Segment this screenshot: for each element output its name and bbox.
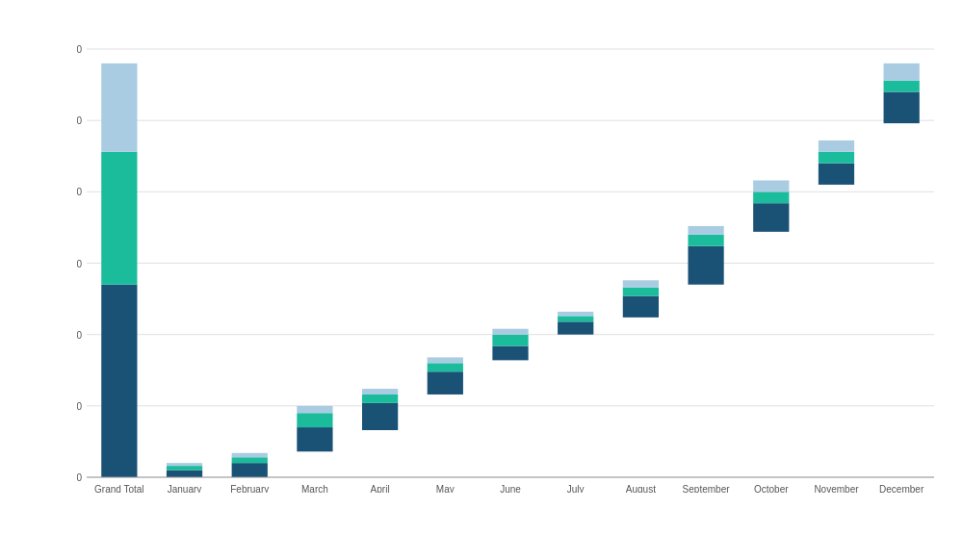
svg-rect-47 bbox=[623, 288, 659, 296]
svg-rect-15 bbox=[101, 152, 137, 285]
svg-text:July: July bbox=[567, 484, 585, 493]
svg-text:February: February bbox=[230, 484, 269, 493]
svg-rect-35 bbox=[428, 363, 463, 371]
svg-text:April: April bbox=[371, 484, 390, 493]
svg-text:November: November bbox=[814, 484, 859, 493]
svg-rect-59 bbox=[819, 152, 854, 164]
svg-text:May: May bbox=[436, 484, 455, 493]
svg-text:October: October bbox=[754, 484, 789, 493]
svg-rect-56 bbox=[753, 180, 789, 191]
svg-text:June: June bbox=[500, 484, 521, 493]
svg-rect-62 bbox=[884, 92, 920, 124]
svg-rect-55 bbox=[753, 191, 789, 203]
svg-rect-32 bbox=[362, 389, 398, 395]
svg-rect-36 bbox=[428, 357, 463, 363]
svg-rect-40 bbox=[492, 329, 528, 335]
svg-text:$200,000: $200,000 bbox=[77, 187, 82, 197]
svg-rect-31 bbox=[362, 395, 398, 403]
svg-rect-20 bbox=[167, 463, 202, 466]
svg-rect-64 bbox=[884, 64, 920, 81]
chart-container: $0$50,000$100,000$150,000$200,000$250,00… bbox=[0, 0, 963, 560]
svg-rect-60 bbox=[819, 140, 854, 152]
svg-rect-46 bbox=[623, 296, 659, 318]
svg-rect-34 bbox=[428, 371, 463, 395]
grid-and-bars: $0$50,000$100,000$150,000$200,000$250,00… bbox=[77, 29, 944, 493]
svg-text:January: January bbox=[168, 484, 202, 493]
svg-text:March: March bbox=[301, 484, 328, 493]
svg-rect-39 bbox=[492, 335, 528, 346]
svg-rect-63 bbox=[884, 81, 920, 92]
svg-rect-27 bbox=[297, 413, 332, 427]
svg-text:$250,000: $250,000 bbox=[77, 115, 82, 126]
svg-text:$100,000: $100,000 bbox=[77, 330, 82, 341]
svg-text:August: August bbox=[626, 484, 656, 493]
svg-rect-16 bbox=[101, 64, 137, 152]
svg-rect-50 bbox=[688, 246, 723, 285]
svg-text:$300,000: $300,000 bbox=[77, 44, 82, 55]
svg-rect-22 bbox=[232, 463, 268, 477]
svg-rect-54 bbox=[753, 203, 789, 232]
svg-text:$150,000: $150,000 bbox=[77, 259, 82, 269]
svg-rect-42 bbox=[558, 321, 593, 334]
svg-rect-44 bbox=[558, 312, 593, 316]
svg-text:December: December bbox=[879, 484, 924, 493]
svg-rect-43 bbox=[558, 316, 593, 321]
svg-rect-18 bbox=[167, 471, 202, 477]
chart-svg: $0$50,000$100,000$150,000$200,000$250,00… bbox=[77, 29, 944, 493]
svg-text:$50,000: $50,000 bbox=[77, 401, 82, 412]
svg-text:Grand Total: Grand Total bbox=[94, 484, 144, 493]
svg-rect-26 bbox=[297, 427, 332, 451]
svg-rect-52 bbox=[688, 226, 723, 235]
svg-text:$0: $0 bbox=[77, 472, 82, 483]
svg-rect-23 bbox=[232, 457, 268, 463]
svg-rect-51 bbox=[688, 235, 723, 246]
svg-rect-28 bbox=[297, 406, 332, 413]
svg-rect-19 bbox=[167, 466, 202, 470]
svg-rect-58 bbox=[819, 164, 854, 185]
svg-rect-14 bbox=[101, 285, 137, 477]
svg-rect-48 bbox=[623, 280, 659, 287]
chart-area: $0$50,000$100,000$150,000$200,000$250,00… bbox=[77, 29, 944, 493]
svg-rect-38 bbox=[492, 346, 528, 361]
svg-rect-30 bbox=[362, 403, 398, 430]
svg-text:September: September bbox=[683, 484, 731, 493]
svg-rect-24 bbox=[232, 453, 268, 457]
